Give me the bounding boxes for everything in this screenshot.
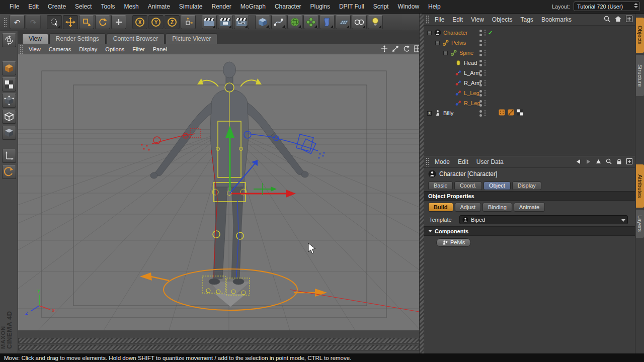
tree-row-head[interactable]: Head [424, 58, 635, 68]
viewport-canvas[interactable]: Y X Z [18, 54, 419, 330]
tab-render-settings[interactable]: Render Settings [49, 33, 106, 44]
model-mode-button[interactable] [2, 61, 16, 75]
search-icon[interactable] [606, 158, 612, 164]
object-label[interactable]: R_Leg [464, 100, 480, 106]
visibility-dots[interactable] [479, 40, 482, 46]
tab-object[interactable]: Object [484, 182, 511, 190]
visibility-dots[interactable] [479, 30, 482, 36]
add-deformer-button[interactable] [319, 15, 335, 29]
om-menu-file[interactable]: File [431, 16, 448, 23]
tab-content-browser[interactable]: Content Browser [107, 33, 165, 44]
menu-dpit-full[interactable]: DPIT Full [335, 3, 369, 10]
visibility-dots[interactable] [479, 60, 482, 66]
menu-script[interactable]: Script [369, 3, 393, 10]
object-label[interactable]: Pelvis [451, 40, 466, 46]
am-menu-mode[interactable]: Mode [431, 158, 454, 165]
search-icon[interactable] [604, 16, 610, 22]
visibility-dots[interactable] [479, 50, 482, 56]
om-menu-bookmarks[interactable]: Bookmarks [537, 16, 576, 23]
tab-display[interactable]: Display [512, 182, 541, 190]
tab-coord[interactable]: Coord. [454, 182, 482, 190]
object-label[interactable]: Head [464, 60, 477, 66]
coordinate-system-button[interactable] [181, 15, 196, 29]
build-mode-button[interactable]: Build [428, 203, 453, 212]
menu-simulate[interactable]: Simulate [175, 3, 207, 10]
object-label[interactable]: R_Arm [464, 80, 481, 86]
dropdown-arrow-icon[interactable] [621, 219, 625, 222]
polygons-mode-button[interactable] [2, 126, 16, 140]
adjust-mode-button[interactable]: Adjust [455, 203, 481, 212]
object-label[interactable]: L_Arm [464, 70, 480, 76]
tree-row-l-arm[interactable]: L_Arm [424, 68, 635, 78]
menu-animate[interactable]: Animate [143, 3, 175, 10]
scale-tool-button[interactable] [79, 15, 94, 29]
vp-menu-panel[interactable]: Panel [149, 46, 171, 52]
object-label[interactable]: Character [443, 30, 467, 36]
collapse-icon[interactable]: − [443, 51, 448, 55]
toolbar-grip[interactable] [4, 18, 7, 27]
tree-row-r-leg[interactable]: R_Leg [424, 98, 635, 108]
object-label[interactable]: L_Leg [464, 90, 479, 96]
menu-tools[interactable]: Tools [96, 3, 119, 10]
y-axis-lock-button[interactable]: Y [148, 15, 164, 29]
side-tab-layers[interactable]: Layers [636, 210, 644, 238]
visibility-dots[interactable] [479, 90, 482, 97]
render-settings-button[interactable] [234, 15, 249, 29]
am-menu-user-data[interactable]: User Data [472, 158, 508, 165]
menu-select[interactable]: Select [70, 3, 96, 10]
tree-row-r-arm[interactable]: R_Arm [424, 78, 635, 88]
tree-row-character[interactable]: − Character ✓ [424, 28, 635, 38]
home-icon[interactable] [615, 16, 621, 22]
animate-mode-button[interactable]: Animate [514, 203, 545, 212]
rotate-tool-button[interactable] [95, 15, 110, 29]
add-panel-icon[interactable] [626, 158, 632, 164]
vp-menu-options[interactable]: Options [101, 46, 128, 52]
rig-right-arm[interactable] [236, 131, 325, 278]
viewport-menu-grip[interactable] [20, 45, 23, 54]
menu-character[interactable]: Character [270, 3, 306, 10]
texture-tag-icon[interactable] [517, 109, 523, 116]
rotate-view-icon[interactable] [403, 45, 410, 52]
make-editable-button[interactable] [2, 33, 16, 47]
components-header[interactable]: Components [424, 226, 635, 236]
vp-menu-display[interactable]: Display [75, 46, 101, 52]
edges-mode-button[interactable] [2, 110, 16, 124]
texture-mode-button[interactable] [2, 77, 16, 92]
tab-view[interactable]: View [22, 33, 48, 44]
menu-plugins[interactable]: Plugins [306, 3, 335, 10]
tree-row-pelvis[interactable]: − Pelvis [424, 38, 635, 48]
enable-axis-button[interactable] [2, 165, 16, 179]
skin-tag-icon[interactable] [508, 109, 514, 116]
visibility-dots[interactable] [479, 70, 482, 76]
object-label[interactable]: Billy [443, 110, 453, 116]
menu-file[interactable]: File [5, 3, 24, 10]
layout-stepper-icon[interactable] [634, 3, 638, 8]
collapse-icon[interactable]: − [435, 41, 440, 45]
attribute-manager-grip[interactable] [426, 157, 429, 166]
tab-basic[interactable]: Basic [428, 182, 453, 190]
template-dropdown[interactable]: Biped [459, 215, 628, 224]
add-pelvis-component-button[interactable]: Pelvis [436, 238, 471, 247]
side-tab-objects[interactable]: Objects [636, 18, 644, 53]
history-back-icon[interactable] [576, 159, 581, 164]
redo-button[interactable]: ↷ [26, 15, 41, 29]
om-menu-objects[interactable]: Objects [488, 16, 517, 23]
expand-icon[interactable]: + [427, 111, 432, 116]
weight-tag-icon[interactable] [499, 109, 505, 116]
add-spline-button[interactable] [271, 15, 286, 29]
rig-root-controller[interactable] [140, 269, 419, 312]
points-mode-button[interactable] [2, 94, 16, 108]
collapse-triangle-icon[interactable] [428, 230, 432, 232]
render-view-button[interactable] [202, 15, 217, 29]
menu-help[interactable]: Help [424, 3, 445, 10]
vertical-splitter[interactable] [419, 14, 424, 353]
om-menu-tags[interactable]: Tags [517, 16, 537, 23]
layout-dropdown[interactable]: Tutorial 720 (User) [574, 2, 640, 11]
add-modeling-button[interactable] [303, 15, 318, 29]
tree-row-l-leg[interactable]: L_Leg [424, 88, 635, 98]
add-stage-button[interactable] [352, 15, 367, 29]
object-label[interactable]: Spine [459, 50, 473, 56]
menu-mograph[interactable]: MoGraph [236, 3, 270, 10]
om-menu-view[interactable]: View [467, 16, 488, 23]
vp-menu-view[interactable]: View [25, 46, 45, 52]
